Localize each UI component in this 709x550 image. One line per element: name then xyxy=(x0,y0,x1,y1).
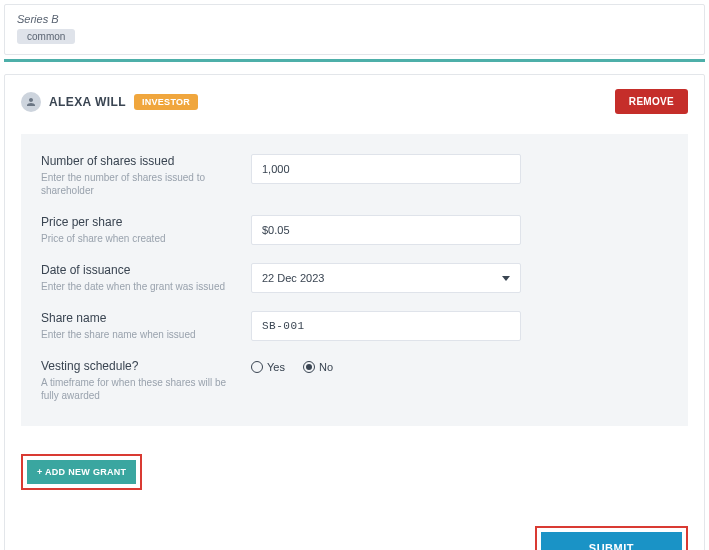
form-panel: Number of shares issued Enter the number… xyxy=(21,134,688,426)
vesting-no-label: No xyxy=(319,361,333,373)
add-new-grant-button[interactable]: + ADD NEW GRANT xyxy=(27,460,136,484)
price-label: Price per share xyxy=(41,215,239,229)
investor-badge: INVESTOR xyxy=(134,94,198,110)
vesting-yes-label: Yes xyxy=(267,361,285,373)
series-tag: common xyxy=(17,29,75,44)
sharename-help: Enter the share name when issued xyxy=(41,328,239,341)
row-vesting: Vesting schedule? A timeframe for when t… xyxy=(41,359,668,402)
sharename-input[interactable] xyxy=(251,311,521,341)
person-icon xyxy=(25,96,37,108)
issuance-label: Date of issuance xyxy=(41,263,239,277)
grant-card: ALEXA WILL INVESTOR REMOVE Number of sha… xyxy=(4,74,705,550)
series-card: Series B common xyxy=(4,4,705,55)
row-issuance: Date of issuance Enter the date when the… xyxy=(41,263,668,293)
issuance-help: Enter the date when the grant was issued xyxy=(41,280,239,293)
shares-label: Number of shares issued xyxy=(41,154,239,168)
radio-icon xyxy=(251,361,263,373)
footer-row: + ADD NEW GRANT xyxy=(5,444,704,496)
submit-row: SUBMIT xyxy=(5,496,704,550)
vesting-help: A timeframe for when these shares will b… xyxy=(41,376,239,402)
price-input[interactable] xyxy=(251,215,521,245)
row-shares: Number of shares issued Enter the number… xyxy=(41,154,668,197)
issuance-select[interactable]: 22 Dec 2023 xyxy=(251,263,521,293)
shares-input[interactable] xyxy=(251,154,521,184)
vesting-radio-group: Yes No xyxy=(251,359,521,373)
remove-button[interactable]: REMOVE xyxy=(615,89,688,114)
divider xyxy=(4,59,705,62)
shareholder-header: ALEXA WILL INVESTOR REMOVE xyxy=(5,75,704,128)
shares-help: Enter the number of shares issued to sha… xyxy=(41,171,239,197)
price-help: Price of share when created xyxy=(41,232,239,245)
issuance-value: 22 Dec 2023 xyxy=(262,272,324,284)
shareholder-name: ALEXA WILL xyxy=(49,95,126,109)
add-grant-highlight: + ADD NEW GRANT xyxy=(21,454,142,490)
sharename-label: Share name xyxy=(41,311,239,325)
vesting-yes[interactable]: Yes xyxy=(251,361,285,373)
vesting-no[interactable]: No xyxy=(303,361,333,373)
submit-button[interactable]: SUBMIT xyxy=(541,532,682,550)
radio-icon xyxy=(303,361,315,373)
row-price: Price per share Price of share when crea… xyxy=(41,215,668,245)
vesting-label: Vesting schedule? xyxy=(41,359,239,373)
avatar xyxy=(21,92,41,112)
series-title: Series B xyxy=(17,13,692,25)
submit-highlight: SUBMIT xyxy=(535,526,688,550)
row-sharename: Share name Enter the share name when iss… xyxy=(41,311,668,341)
chevron-down-icon xyxy=(502,276,510,281)
